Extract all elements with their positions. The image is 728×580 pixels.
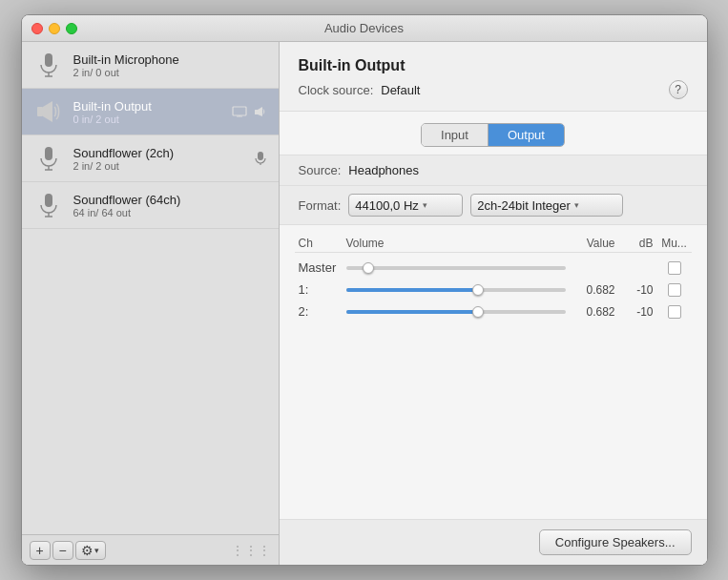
svg-rect-8 [255, 110, 258, 114]
close-button[interactable] [31, 23, 43, 34]
svg-marker-9 [258, 107, 262, 116]
ch2-slider-thumb[interactable] [472, 306, 484, 318]
device-info-sf64: Soundflower (64ch) 64 in/ 64 out [73, 193, 269, 218]
ch-mute-2 [661, 305, 688, 319]
svg-marker-4 [43, 101, 52, 122]
col-header-ch: Ch [299, 237, 346, 250]
clock-source-label: Clock source: [299, 83, 374, 97]
svg-rect-15 [45, 194, 52, 207]
device-info-output: Built-in Output 0 in/ 2 out [73, 99, 223, 125]
detail-title: Built-in Output [299, 57, 688, 74]
ch-label-1: 1: [299, 282, 346, 297]
sf2-indicators [252, 150, 269, 167]
channel-row-master: Master [295, 257, 692, 279]
clock-source-row: Clock source: Default ? [299, 80, 688, 99]
col-header-db: dB [623, 237, 661, 250]
mute-checkbox-2[interactable] [668, 305, 681, 319]
minimize-button[interactable] [49, 23, 60, 34]
col-header-value: Value [566, 237, 623, 250]
window-title: Audio Devices [324, 21, 404, 35]
traffic-lights [31, 23, 77, 34]
speaker-active-icon [252, 103, 269, 120]
svg-rect-13 [258, 152, 263, 160]
format-bits-dropdown[interactable]: 2ch-24bit Integer ▾ [470, 194, 623, 217]
clock-source-value: Default [381, 83, 420, 97]
col-header-volume: Volume [346, 237, 566, 250]
device-list: Built-in Microphone 2 in/ 0 out [22, 42, 279, 534]
svg-rect-10 [45, 147, 52, 160]
main-content: Built-in Microphone 2 in/ 0 out [22, 42, 707, 565]
ch1-slider-thumb[interactable] [472, 284, 484, 296]
device-info: Built-in Microphone 2 in/ 0 out [73, 52, 269, 78]
master-slider-thumb[interactable] [363, 262, 374, 274]
microphone-icon [31, 48, 66, 82]
device-channels-sf2: 2 in/ 2 out [73, 160, 244, 172]
channel-row-1: 1: 0.682 -10 [295, 279, 692, 300]
drag-handle: ⋮⋮⋮ [231, 543, 271, 558]
gear-dropdown-chevron: ▾ [94, 546, 99, 555]
channel-table: Ch Volume Value dB Mu... Master [280, 225, 707, 519]
bits-chevron-icon: ▾ [574, 200, 579, 210]
tab-row: Input Output [280, 112, 707, 155]
ch-db-2: -10 [623, 305, 661, 319]
device-indicators [231, 103, 269, 120]
ch1-volume-slider[interactable] [346, 288, 566, 292]
format-hz-value: 44100,0 Hz [355, 198, 419, 213]
source-row: Source: Headphones [280, 155, 707, 186]
mic-active-icon [252, 150, 269, 167]
detail-header: Built-in Output Clock source: Default ? [280, 42, 707, 112]
audio-devices-window: Audio Devices Built-in Mic [21, 14, 708, 566]
device-name-output: Built-in Output [73, 99, 223, 114]
ch1-slider-fill [346, 288, 478, 292]
configure-speakers-button[interactable]: Configure Speakers... [539, 529, 692, 555]
ch-label-master: Master [299, 260, 346, 275]
ch-mute-1 [661, 283, 688, 297]
maximize-button[interactable] [66, 23, 77, 34]
detail-footer: Configure Speakers... [280, 519, 707, 565]
ch2-slider-fill [346, 310, 478, 314]
format-row: Format: 44100,0 Hz ▾ 2ch-24bit Integer ▾ [280, 186, 707, 225]
hz-chevron-icon: ▾ [423, 200, 427, 210]
soundflower-64ch-icon [31, 188, 66, 222]
mute-checkbox-1[interactable] [668, 283, 681, 297]
device-item-soundflower-64ch[interactable]: Soundflower (64ch) 64 in/ 64 out [22, 182, 279, 229]
format-label: Format: [299, 198, 342, 213]
help-button[interactable]: ? [669, 80, 688, 99]
ch-db-1: -10 [623, 283, 661, 297]
device-item-builtin-output[interactable]: Built-in Output 0 in/ 2 out [22, 89, 279, 135]
ch2-volume-slider[interactable] [346, 310, 566, 314]
format-hz-dropdown[interactable]: 44100,0 Hz ▾ [348, 194, 463, 217]
source-value: Headphones [348, 163, 419, 177]
titlebar: Audio Devices [22, 15, 707, 42]
sidebar: Built-in Microphone 2 in/ 0 out [22, 42, 280, 565]
device-item-builtin-mic[interactable]: Built-in Microphone 2 in/ 0 out [22, 42, 279, 89]
speaker-icon [31, 94, 66, 129]
device-name-sf2: Soundflower (2ch) [73, 146, 244, 160]
device-name: Built-in Microphone [73, 52, 269, 67]
svg-rect-5 [233, 107, 246, 115]
remove-device-button[interactable]: − [52, 541, 73, 560]
device-channels-sf64: 64 in/ 64 out [73, 207, 269, 218]
gear-menu-button[interactable]: ⚙ ▾ [75, 541, 106, 560]
input-output-tabs: Input Output [421, 123, 565, 147]
screen-indicator-icon [231, 103, 248, 120]
device-channels-output: 0 in/ 2 out [73, 114, 223, 125]
device-channels: 2 in/ 0 out [73, 67, 269, 78]
sidebar-toolbar: + − ⚙ ▾ ⋮⋮⋮ [22, 534, 279, 565]
tab-output[interactable]: Output [489, 124, 564, 146]
col-header-mute: Mu... [661, 237, 688, 250]
ch-value-2: 0.682 [566, 305, 623, 319]
svg-rect-3 [37, 107, 43, 116]
detail-panel: Built-in Output Clock source: Default ? … [280, 42, 707, 565]
add-device-button[interactable]: + [30, 541, 51, 560]
master-volume-slider[interactable] [346, 266, 566, 270]
channel-row-2: 2: 0.682 -10 [295, 300, 692, 322]
device-item-soundflower-2ch[interactable]: Soundflower (2ch) 2 in/ 2 out [22, 135, 279, 182]
mute-checkbox-master[interactable] [668, 261, 681, 275]
device-name-sf64: Soundflower (64ch) [73, 193, 269, 207]
tab-input[interactable]: Input [422, 124, 489, 146]
soundflower-2ch-icon [31, 141, 66, 176]
svg-rect-0 [45, 53, 52, 67]
source-label: Source: [299, 163, 342, 177]
ch-label-2: 2: [299, 304, 346, 319]
